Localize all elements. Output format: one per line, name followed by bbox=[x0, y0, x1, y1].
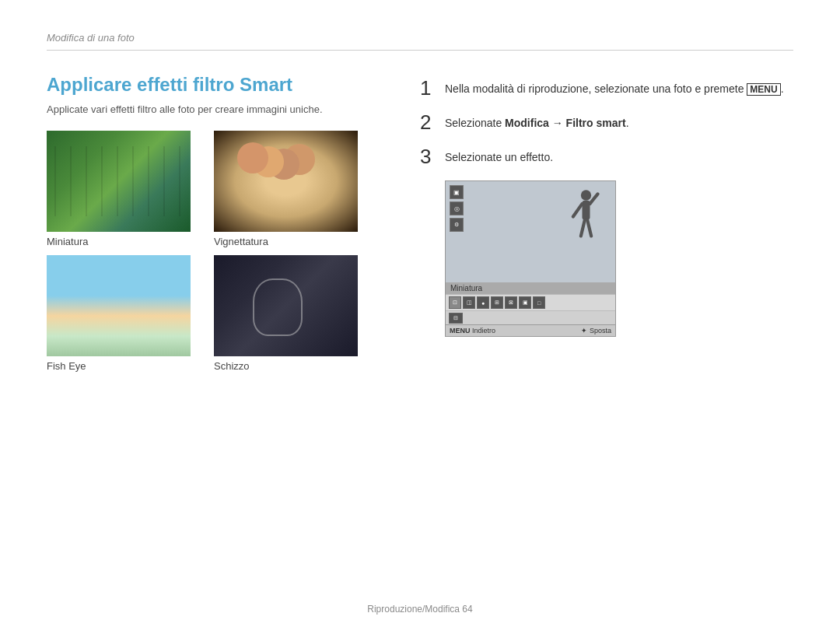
footer: Riproduzione/Modifica 64 bbox=[0, 604, 840, 615]
image-placeholder-fisheye bbox=[47, 255, 191, 356]
image-label-vignettatura: Vignettatura bbox=[214, 236, 373, 247]
cam-icon-6: ▣ bbox=[519, 296, 531, 309]
camera-icon-top: ▣ bbox=[450, 185, 464, 199]
camera-bottom-bar: MENU Indietro ✦ Sposta bbox=[446, 324, 615, 336]
camera-icon-mid: ◎ bbox=[450, 201, 464, 215]
menu-key: MENU bbox=[747, 83, 780, 96]
image-label-fisheye: Fish Eye bbox=[47, 360, 206, 372]
svg-line-2 bbox=[573, 204, 583, 217]
miniatura-label-bar: Miniatura bbox=[446, 282, 615, 294]
svg-line-4 bbox=[581, 220, 585, 236]
section-subtitle: Applicate vari effetti filtro alle foto … bbox=[47, 103, 373, 115]
img-vignettatura bbox=[214, 131, 358, 232]
camera-extra-row: ⊟ bbox=[446, 310, 615, 324]
img-fisheye bbox=[47, 255, 191, 356]
step-3: 3 Selezionate un effetto. bbox=[420, 146, 793, 166]
cam-icon-extra: ⊟ bbox=[449, 313, 463, 324]
step-2-bold: Modifica → Filtro smart bbox=[505, 117, 626, 129]
image-label-miniatura: Miniatura bbox=[47, 236, 206, 247]
section-title: Applicare effetti filtro Smart bbox=[47, 74, 373, 96]
image-item-schizzo: Schizzo bbox=[214, 255, 373, 372]
step-1: 1 Nella modalità di riproduzione, selezi… bbox=[420, 78, 793, 98]
person-silhouette bbox=[565, 187, 604, 265]
image-item-vignettatura: Vignettatura bbox=[214, 131, 373, 247]
camera-bottom-left: MENU Indietro bbox=[450, 327, 495, 335]
cam-icon-3: ● bbox=[477, 296, 489, 309]
cam-icon-7: □ bbox=[533, 296, 545, 309]
image-placeholder-schizzo bbox=[214, 255, 358, 356]
svg-point-0 bbox=[581, 190, 591, 200]
camera-bottom-right: ✦ Sposta bbox=[581, 327, 611, 335]
image-placeholder-vignettatura bbox=[214, 131, 358, 232]
bottom-move-symbol: ✦ bbox=[581, 327, 587, 335]
bottom-back-label: Indietro bbox=[472, 327, 495, 335]
bottom-move-label: Sposta bbox=[590, 327, 611, 335]
images-grid: Miniatura Vignettatura Fish Eye bbox=[47, 131, 373, 372]
left-column: Applicare effetti filtro Smart Applicate… bbox=[47, 74, 373, 372]
step-3-text: Selezionate un effetto. bbox=[445, 146, 553, 166]
main-content: Applicare effetti filtro Smart Applicate… bbox=[47, 74, 793, 372]
cam-icon-5: ⊠ bbox=[505, 296, 517, 309]
cam-icon-1: ⊡ bbox=[449, 296, 461, 309]
camera-icon-row: ⊡ ◫ ● ⊞ ⊠ ▣ □ bbox=[446, 294, 615, 310]
image-item-fisheye: Fish Eye bbox=[47, 255, 206, 372]
camera-icon-bot: ⚙ bbox=[450, 218, 464, 232]
step-2-text: Selezionate Modifica → Filtro smart. bbox=[445, 112, 629, 131]
page-container: Modifica di una foto Applicare effetti f… bbox=[0, 0, 840, 634]
image-label-schizzo: Schizzo bbox=[214, 360, 373, 372]
img-miniatura bbox=[47, 131, 191, 232]
image-placeholder-miniatura bbox=[47, 131, 191, 232]
camera-ui: ▣ ◎ ⚙ bbox=[445, 180, 616, 337]
camera-screen: ▣ ◎ ⚙ bbox=[446, 181, 615, 282]
step-1-number: 1 bbox=[420, 78, 436, 98]
miniatura-label-text: Miniatura bbox=[450, 284, 482, 292]
step-2: 2 Selezionate Modifica → Filtro smart. bbox=[420, 112, 793, 132]
step-1-text: Nella modalità di riproduzione, selezion… bbox=[445, 78, 784, 97]
footer-text: Riproduzione/Modifica 64 bbox=[367, 604, 472, 615]
breadcrumb: Modifica di una foto bbox=[47, 32, 135, 44]
svg-line-5 bbox=[587, 220, 591, 236]
bottom-menu-key: MENU bbox=[450, 327, 471, 335]
cam-icon-2: ◫ bbox=[463, 296, 475, 309]
step-2-number: 2 bbox=[420, 112, 436, 132]
left-icons-panel: ▣ ◎ ⚙ bbox=[450, 185, 464, 232]
cam-icon-4: ⊞ bbox=[491, 296, 503, 309]
right-column: 1 Nella modalità di riproduzione, selezi… bbox=[420, 74, 793, 372]
step-3-number: 3 bbox=[420, 146, 436, 166]
image-item-miniatura: Miniatura bbox=[47, 131, 206, 247]
breadcrumb-section: Modifica di una foto bbox=[47, 31, 793, 51]
img-schizzo bbox=[214, 255, 358, 356]
